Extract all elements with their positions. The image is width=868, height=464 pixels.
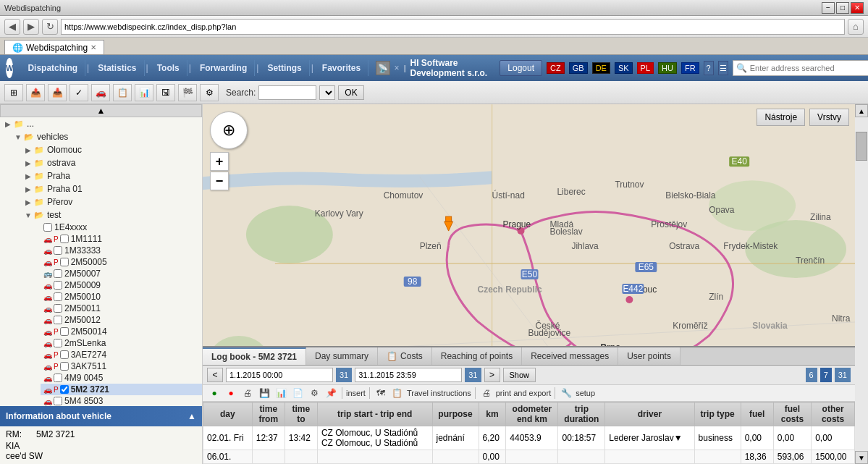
minimize-button[interactable]: − [822, 2, 835, 14]
icon-printer[interactable]: 🖨 [479, 387, 494, 400]
icon-pin[interactable]: 📌 [324, 387, 338, 400]
flag-de[interactable]: DE [592, 62, 610, 74]
maximize-button[interactable]: □ [836, 2, 849, 14]
zoom-in-button[interactable]: + [210, 152, 229, 171]
insert-label[interactable]: insert [346, 389, 366, 397]
icon-chart[interactable]: 📊 [274, 387, 288, 400]
toolbar-btn-5[interactable]: 🚗 [91, 84, 110, 101]
sidebar-item-prerov[interactable]: ▶ 📁 Přerov [20, 195, 202, 208]
nav-settings[interactable]: Settings [260, 60, 309, 76]
vehicle-2m50014[interactable]: 🚗 P 2M50014 [41, 326, 202, 337]
vehicle-2mslenka[interactable]: 🚗 2mSLenka [41, 337, 202, 349]
vehicle-1m33333[interactable]: 🚗 1M33333 [41, 245, 202, 256]
travel-instructions-label[interactable]: Travel instructions [407, 389, 471, 397]
close-button[interactable]: ✕ [851, 2, 864, 14]
vehicle-2m50009[interactable]: 🚗 2M50009 [41, 279, 202, 291]
search-field[interactable] [258, 85, 316, 100]
scroll-thumb[interactable] [856, 132, 867, 161]
sidebar-item-praha[interactable]: ▶ 📁 Praha [20, 169, 202, 182]
vehicle-2m50005[interactable]: 🚗 P 2M50005 [41, 256, 202, 268]
back-button[interactable]: ◀ [4, 19, 20, 35]
logout-button[interactable]: Logout [500, 60, 542, 76]
tab-close-button[interactable]: ✕ [90, 43, 96, 51]
table-row[interactable]: 06.01. 0,00 18,36 [203, 450, 855, 464]
icon-doc[interactable]: 📄 [290, 387, 305, 400]
search-input[interactable] [750, 64, 868, 72]
table-row[interactable]: 02.01. Fri 12:37 13:42 CZ Olomouc, U Sta… [203, 426, 855, 450]
ok-button[interactable]: OK [338, 85, 363, 100]
address-bar[interactable] [61, 19, 845, 35]
icon-red-dot[interactable]: ● [224, 387, 238, 400]
vehicle-5m23721[interactable]: 🚗 P 5M2 3721 [41, 384, 202, 395]
flag-uk[interactable]: GB [569, 62, 588, 74]
nav-forwarding[interactable]: Forwarding [193, 60, 255, 76]
toolbar-btn-1[interactable]: ⊞ [4, 84, 23, 101]
toolbar-btn-9[interactable]: 🏁 [178, 84, 197, 101]
refresh-button[interactable]: ↻ [42, 19, 58, 35]
setup-label[interactable]: setup [576, 389, 595, 397]
toolbar-btn-10[interactable]: ⚙ [200, 84, 219, 101]
sidebar-item-praha01[interactable]: ▶ 📁 Praha 01 [20, 182, 202, 195]
forward-button[interactable]: ▶ [23, 19, 39, 35]
browser-tab[interactable]: 🌐 Webdispatching ✕ [4, 40, 104, 54]
icon-save[interactable]: 💾 [257, 387, 271, 400]
vertical-scrollbar[interactable]: ▲ ▼ [855, 104, 868, 464]
toolbar-btn-8[interactable]: 🖫 [156, 84, 175, 101]
nav-tools[interactable]: Tools [150, 60, 187, 76]
info-panel-arrow-icon[interactable]: ▲ [187, 411, 196, 421]
toolbar-btn-3[interactable]: 📥 [48, 84, 67, 101]
scroll-up-arrow[interactable]: ▲ [855, 104, 868, 117]
tools-button[interactable]: Nástroje [757, 109, 805, 126]
map-area[interactable]: Czech Republic Brno ● Prague Olomouc Plz… [203, 104, 868, 464]
toolbar-btn-4[interactable]: ✓ [69, 84, 88, 101]
compass-control[interactable]: ⊕ [210, 111, 248, 149]
scroll-track[interactable] [855, 117, 868, 451]
vehicle-2m50012[interactable]: 🚗 2M50012 [41, 314, 202, 326]
tab-received-messages[interactable]: Received messages [522, 347, 618, 365]
vehicles-folder[interactable]: ▼ 📂 vehicles [10, 130, 202, 143]
search-dropdown[interactable] [319, 85, 335, 100]
flag-hu[interactable]: HU [658, 62, 677, 74]
toolbar-btn-7[interactable]: 📊 [135, 84, 153, 101]
prev-button[interactable]: < [207, 368, 223, 382]
icon-doc2[interactable]: 📋 [390, 387, 405, 400]
toolbar-btn-6[interactable]: 📋 [113, 84, 132, 101]
home-button[interactable]: ⌂ [848, 19, 864, 35]
extra-button-2[interactable]: ☰ [718, 61, 728, 75]
date-from-input[interactable] [226, 368, 333, 382]
vehicle-2m50007[interactable]: 🚌 2M50007 [41, 268, 202, 279]
sidebar-item-ostrava[interactable]: ▶ 📁 ostrava [20, 156, 202, 169]
zoom-out-button[interactable]: − [210, 172, 229, 190]
sidebar-scroll-up[interactable]: ▲ [0, 104, 202, 117]
toolbar-btn-2[interactable]: 📤 [26, 84, 45, 101]
flag-cz[interactable]: CZ [547, 62, 565, 74]
page-num-7[interactable]: 7 [820, 368, 832, 382]
vehicle-5m48503[interactable]: 🚗 5M4 8503 [41, 395, 202, 407]
map-search-box[interactable]: 🔍 ✕ [733, 60, 868, 76]
nav-favorites[interactable]: Favorites [315, 60, 368, 76]
flag-sk[interactable]: SK [615, 62, 633, 74]
next-button[interactable]: > [484, 368, 500, 382]
layers-button[interactable]: Vrstvy [809, 109, 849, 126]
sidebar-item-olomouc[interactable]: ▶ 📁 Olomouc [20, 143, 202, 156]
flag-pl[interactable]: PL [637, 62, 654, 74]
vehicle-4m90045[interactable]: 🚗 4M9 0045 [41, 372, 202, 384]
sidebar-root[interactable]: ▶ 📁 ... [0, 117, 202, 130]
vehicle-1m1111[interactable]: 🚗 P 1M1111 [41, 233, 202, 245]
tab-user-points[interactable]: User points [618, 347, 681, 365]
sidebar-item-test[interactable]: ▼ 📂 test [20, 208, 202, 222]
show-button[interactable]: Show [503, 368, 536, 382]
vehicle-2m50010[interactable]: 🚗 2M50010 [41, 291, 202, 303]
vehicle-2m50011[interactable]: 🚗 2M50011 [41, 303, 202, 314]
tab-costs[interactable]: 📋 Costs [378, 347, 432, 365]
scroll-down-arrow[interactable]: ▼ [855, 451, 868, 464]
vehicle-1e4xxxx[interactable]: 1E4xxxx [41, 222, 202, 233]
vehicle-3ak7511[interactable]: 🚗 P 3AK7511 [41, 360, 202, 372]
date-to-input[interactable] [355, 368, 462, 382]
icon-setup[interactable]: 🔧 [559, 387, 573, 400]
icon-print[interactable]: 🖨 [240, 387, 255, 400]
icon-green-dot[interactable]: ● [207, 387, 222, 400]
print-export-label[interactable]: print and export [496, 389, 551, 397]
nav-dispatching[interactable]: Dispatching [20, 60, 85, 76]
extra-button-1[interactable]: ? [704, 61, 714, 75]
